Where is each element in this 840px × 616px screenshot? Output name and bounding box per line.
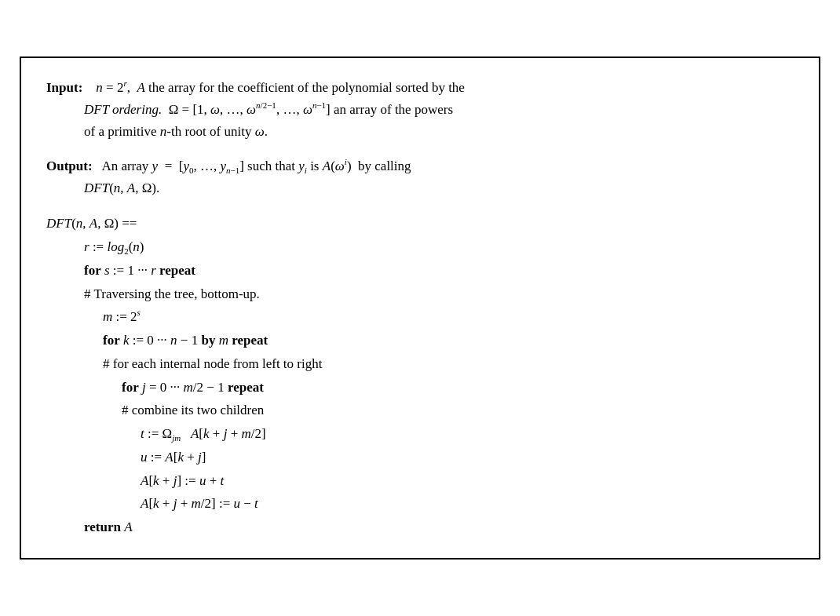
code-line-r: r := log2(n)	[84, 235, 794, 259]
code-block: DFT(n, A, Ω) == r := log2(n) for s := 1 …	[46, 212, 794, 539]
code-comment-internal: # for each internal node from left to ri…	[103, 352, 794, 376]
code-line-for-k: for k := 0 ··· n − 1 by m repeat	[103, 329, 794, 352]
algorithm-box: Input: n = 2r, A the array for the coeff…	[20, 56, 820, 560]
input-label: Input:	[46, 80, 82, 95]
input-line3: of a primitive n-th root of unity ω.	[84, 121, 794, 143]
input-var-n: n	[96, 80, 103, 95]
code-line-return: return A	[84, 516, 794, 539]
code-line-m: m := 2s	[103, 305, 794, 329]
code-line-u: u := A[k + j]	[141, 446, 794, 469]
output-section: Output: An array y = [y0, …, yn−1] such …	[46, 155, 794, 199]
input-section: Input: n = 2r, A the array for the coeff…	[46, 77, 794, 143]
code-line-for-j: for j = 0 ··· m/2 − 1 repeat	[122, 376, 794, 399]
code-line-for-s: for s := 1 ··· r repeat	[84, 259, 794, 282]
code-line-akj: A[k + j] := u + t	[141, 469, 794, 493]
code-line-t: t := Ωjm A[k + j + m/2]	[141, 422, 794, 446]
output-line2: DFT(n, A, Ω).	[84, 177, 794, 199]
code-line-signature: DFT(n, A, Ω) ==	[46, 212, 794, 235]
code-comment-combine: # combine its two children	[122, 399, 794, 422]
code-comment-traversing: # Traversing the tree, bottom-up.	[84, 282, 794, 306]
input-line2: DFT ordering. Ω = [1, ω, …, ωn/2−1, …, ω…	[84, 99, 794, 121]
input-var-a: A	[137, 80, 144, 95]
output-label: Output:	[46, 159, 93, 173]
code-line-akjm: A[k + j + m/2] := u − t	[141, 492, 794, 516]
